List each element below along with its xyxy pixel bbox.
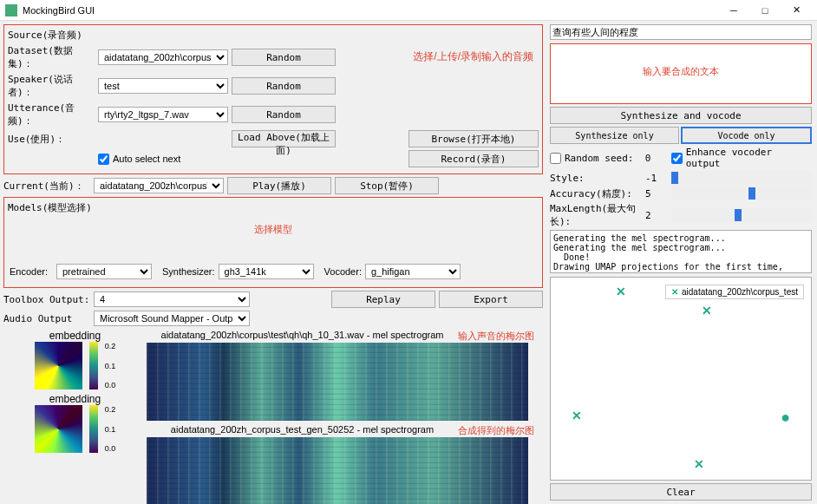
synth-only-button[interactable]: Synthesize only: [550, 127, 679, 144]
umap-point: ✕: [694, 457, 704, 471]
vocode-only-button[interactable]: Vocode only: [681, 127, 812, 144]
current-select[interactable]: aidatatang_200zh\corpus\te: [94, 178, 224, 193]
source-annotation: 选择/上传/录制输入的音频: [413, 49, 533, 64]
dataset-label: Dataset(数据集)：: [8, 44, 95, 70]
embedding1-heatmap: [35, 342, 82, 389]
random-seed-value: 0: [645, 153, 671, 164]
encoder-label: Encoder:: [10, 266, 53, 277]
models-group: Models(模型选择) 选择模型 Encoder: pretrained Sy…: [3, 197, 543, 288]
maximize-button[interactable]: □: [749, 0, 781, 21]
accuracy-slider[interactable]: [671, 187, 812, 200]
svg-rect-0: [5, 4, 17, 16]
load-above-button[interactable]: Load Above(加载上面): [232, 130, 336, 147]
synth-vocode-button[interactable]: Synthesize and vocode: [550, 107, 812, 124]
maxlen-label: MaxLength(最大句长):: [550, 202, 645, 228]
random-seed-checkbox[interactable]: Random seed:: [550, 153, 645, 164]
models-label: Models(模型选择): [8, 201, 95, 214]
utterance-select[interactable]: rty\rty2_ltgsp_7.wav: [98, 107, 228, 122]
vocoder-label: Vocoder:: [324, 266, 362, 277]
models-annotation: 选择模型: [8, 223, 539, 236]
replay-button[interactable]: Replay: [331, 291, 435, 308]
dataset-random-button[interactable]: Random: [232, 49, 336, 66]
spectro2-title: aidatatang_200zh_corpus_test_gen_50252 -…: [171, 424, 434, 435]
embedding2-title: embedding: [3, 393, 147, 405]
speaker-label: Speaker(说话者)：: [8, 73, 95, 99]
auto-select-checkbox[interactable]: Auto select next: [98, 154, 180, 165]
spectro2-annot: 合成得到的梅尔图: [458, 424, 534, 437]
app-icon: [5, 4, 17, 16]
umap-point: ✕: [616, 285, 626, 298]
spectro2-image: [147, 437, 528, 504]
close-button[interactable]: ✕: [781, 0, 812, 21]
browse-button[interactable]: Browse(打开本地): [408, 130, 539, 147]
style-label: Style:: [550, 173, 645, 184]
speaker-random-button[interactable]: Random: [232, 77, 336, 95]
clear-button[interactable]: Clear: [550, 483, 812, 501]
use-label: Use(使用)：: [8, 133, 95, 146]
log-output: Generating the mel spectrogram... Genera…: [550, 230, 812, 273]
window-title: MockingBird GUI: [23, 5, 718, 16]
utterance-label: Utterance(音频)：: [8, 101, 95, 128]
spectro1-annot: 输入声音的梅尔图: [458, 330, 534, 343]
encoder-select[interactable]: pretrained: [56, 264, 152, 279]
embedding1-title: embedding: [3, 330, 147, 342]
play-button[interactable]: Play(播放): [227, 177, 331, 194]
audio-output-select[interactable]: Microsoft Sound Mapper - Output: [94, 311, 250, 326]
synth-text-input[interactable]: 输入要合成的文本: [550, 43, 812, 104]
source-group: 选择/上传/录制输入的音频 Source(录音频) Dataset(数据集)： …: [3, 24, 543, 174]
umap-legend: ✕aidatatang_200zh\corpus_test: [665, 285, 804, 299]
synth-label: Synthesizer:: [162, 266, 215, 277]
query-input[interactable]: [550, 24, 812, 40]
embedding2-colorbar: [89, 405, 98, 453]
source-label: Source(录音频): [8, 29, 95, 42]
style-slider[interactable]: [671, 171, 812, 185]
audio-output-label: Audio Output: [3, 313, 90, 324]
umap-point-current: ●: [781, 409, 790, 427]
enhance-checkbox[interactable]: Enhance vocoder output: [671, 147, 812, 169]
umap-plot: ✕aidatatang_200zh\corpus_test ✕ ✕ ✕ ✕ ●: [550, 277, 812, 481]
embedding1-colorbar: [89, 342, 98, 389]
synth-select[interactable]: gh3_141k: [219, 264, 314, 279]
current-label: Current(当前)：: [3, 180, 90, 193]
maxlen-slider[interactable]: [671, 208, 812, 222]
dataset-select[interactable]: aidatatang_200zh\corpus: [98, 49, 228, 65]
spectro1-image: [147, 343, 528, 421]
titlebar: MockingBird GUI ─ □ ✕: [0, 0, 817, 21]
export-button[interactable]: Export: [439, 291, 543, 308]
embedding2-heatmap: [35, 405, 82, 453]
speaker-select[interactable]: test: [98, 78, 228, 94]
stop-button[interactable]: Stop(暂停): [335, 177, 439, 194]
umap-point: ✕: [702, 304, 712, 317]
vocoder-select[interactable]: g_hifigan: [365, 264, 461, 279]
spectro1-title: aidatatang_200zh\corpus\test\qh\qh_10_31…: [161, 330, 444, 340]
toolbox-output-select[interactable]: 4: [94, 291, 250, 307]
minimize-button[interactable]: ─: [718, 0, 749, 21]
accuracy-label: Accuracy(精度):: [550, 187, 645, 200]
umap-point: ✕: [572, 409, 582, 422]
record-button[interactable]: Record(录音): [408, 150, 539, 167]
toolbox-output-label: Toolbox Output:: [3, 294, 90, 305]
utterance-random-button[interactable]: Random: [232, 106, 336, 123]
